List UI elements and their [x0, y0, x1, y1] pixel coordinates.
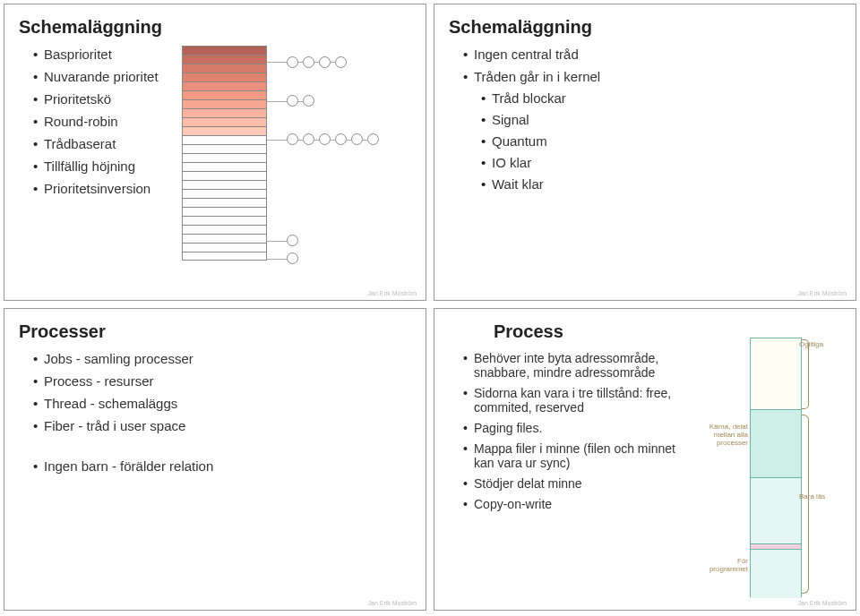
attribution: Jan Erik Moström: [798, 600, 847, 606]
thread-node: [335, 56, 347, 68]
list-item: Tråd blockar: [481, 90, 841, 106]
slide-title: Schemaläggning: [19, 17, 411, 38]
priority-queue-diagram: [182, 46, 419, 270]
list-item: Fiber - tråd i user space: [33, 418, 411, 433]
slide-processes: Processer Jobs - samling processer Proce…: [4, 308, 426, 611]
bracket-icon: [802, 415, 809, 594]
slide-process: Process Behöver inte byta adressområde, …: [434, 308, 856, 611]
list-item: Paging files.: [463, 421, 686, 435]
attribution: Jan Erik Moström: [798, 290, 847, 296]
list-item: Ingen central tråd: [463, 47, 841, 62]
list-item: Sidorna kan vara i tre tillstånd: free, …: [463, 386, 686, 415]
slide-title: Schemaläggning: [449, 17, 841, 38]
list-item: Process - resurser: [33, 373, 411, 389]
thread-node: [367, 133, 379, 145]
list-item: Mappa filer i minne (filen och minnet ka…: [463, 441, 686, 470]
thread-node: [303, 56, 314, 68]
bullet-list: Jobs - samling processer Process - resur…: [19, 351, 411, 433]
attribution: Jan Erik Moström: [368, 290, 417, 296]
thread-node: [319, 133, 331, 145]
memory-layout-diagram: [750, 338, 802, 597]
thread-node: [319, 56, 331, 68]
memory-segment-kernel: [751, 410, 801, 478]
bullet-list: Ingen central tråd Tråden går in i kerne…: [449, 47, 841, 192]
attribution: Jan Erik Moström: [368, 600, 417, 606]
list-item: Copy-on-write: [463, 497, 686, 511]
list-item: Behöver inte byta adressområde, snabbare…: [463, 351, 686, 380]
list-item: Ingen barn - förälder relation: [33, 458, 411, 474]
thread-node: [287, 252, 298, 264]
thread-node: [287, 235, 298, 246]
slide-scheduling-1: Schemaläggning Basprioritet Nuvarande pr…: [4, 4, 426, 301]
bracket-icon: [802, 339, 809, 409]
slide-scheduling-2: Schemaläggning Ingen central tråd Tråden…: [434, 4, 856, 301]
list-item: Jobs - samling processer: [33, 351, 411, 366]
bullet-list: Behöver inte byta adressområde, snabbare…: [449, 351, 686, 511]
memory-label-program: För programmet: [699, 558, 748, 574]
list-item: Wait klar: [481, 176, 841, 192]
list-item: Stödjer delat minne: [463, 476, 686, 491]
memory-segment-user1: [751, 478, 801, 544]
list-item-text: Tråden går in i kernel: [474, 69, 600, 84]
priority-table: [182, 46, 267, 261]
list-item: Tråden går in i kernel Tråd blockar Sign…: [463, 69, 841, 192]
memory-segment-program: [751, 550, 801, 598]
memory-label-kernel: Kärna, delat mellan alla processer: [699, 424, 748, 447]
list-item: Quantum: [481, 133, 841, 149]
list-item: Thread - schemaläggs: [33, 396, 411, 411]
memory-segment-invalid: [751, 338, 801, 410]
thread-node: [303, 133, 314, 145]
thread-node: [287, 133, 298, 145]
thread-node: [287, 95, 298, 107]
slide-title: Processer: [19, 321, 411, 342]
thread-node: [335, 133, 347, 145]
thread-node: [303, 95, 314, 107]
thread-node: [287, 56, 298, 68]
nested-list: Tråd blockar Signal Quantum IO klar Wait…: [474, 90, 841, 192]
thread-node: [351, 133, 363, 145]
list-item: IO klar: [481, 155, 841, 170]
list-item: Signal: [481, 112, 841, 127]
bullet-list-extra: Ingen barn - förälder relation: [19, 458, 411, 474]
